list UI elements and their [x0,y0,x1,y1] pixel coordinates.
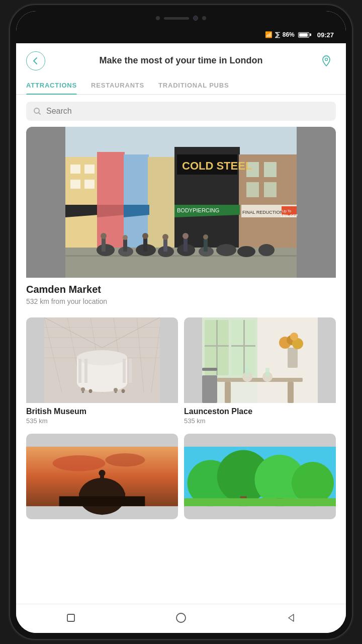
svg-rect-72 [123,359,126,383]
battery-icon [298,32,309,38]
svg-rect-17 [264,182,277,197]
speaker [164,17,189,20]
svg-point-127 [176,613,186,622]
svg-rect-31 [65,255,297,257]
front-camera [193,16,198,21]
svg-text:BODYPIERCING: BODYPIERCING [177,207,219,213]
grid-name-2: Launceston Place [184,407,336,416]
grid-distance-2: 535 km [184,417,336,425]
back-triangle-icon [286,612,297,623]
grid-card-british-museum[interactable]: British Museum 535 km [26,317,178,427]
featured-name: Camden Market [26,284,336,295]
svg-point-108 [53,455,106,471]
sensor-left [156,16,160,20]
svg-point-109 [106,453,145,466]
tab-attractions[interactable]: ATTRACTIONS [26,76,77,94]
svg-rect-73 [129,359,132,383]
svg-rect-70 [78,359,81,383]
svg-rect-105 [265,368,269,377]
svg-rect-13 [84,180,95,189]
grid-row-2 [26,434,336,519]
svg-text:Up To: Up To [282,209,291,213]
grid-distance-1: 535 km [26,417,178,425]
svg-point-0 [325,58,328,61]
svg-text:COLD STEEL: COLD STEEL [182,159,252,172]
status-time: 09:27 [317,31,334,39]
svg-point-52 [203,234,208,239]
search-input[interactable] [46,107,329,116]
svg-rect-88 [205,345,229,347]
svg-point-46 [142,233,148,239]
svg-point-44 [123,235,128,240]
bottom-nav [16,604,346,633]
launceston-image [184,317,336,403]
svg-rect-87 [216,320,218,375]
bottom-right-image [184,434,336,519]
svg-rect-99 [288,382,294,403]
featured-distance: 532 km from your location [26,297,336,305]
svg-point-50 [183,233,189,239]
british-museum-image [26,317,178,403]
tab-restaurants[interactable]: RESTAURANTS [91,76,144,94]
featured-card-camden[interactable]: COLD STEEL BODYPIERCING [26,127,336,309]
bottom-left-image [26,434,178,519]
svg-point-96 [290,333,298,341]
sensor-right [202,16,206,20]
svg-point-38 [216,244,236,256]
svg-point-39 [237,246,255,257]
square-icon [65,612,76,623]
svg-rect-71 [84,359,87,383]
svg-rect-43 [123,239,127,252]
home-button[interactable] [172,609,190,627]
svg-point-40 [258,244,275,256]
svg-rect-104 [245,368,249,377]
recent-apps-button[interactable] [62,609,80,627]
map-pin-icon [321,55,332,67]
svg-point-77 [89,389,93,393]
svg-rect-12 [70,180,80,189]
camden-market-image: COLD STEEL BODYPIERCING [26,127,336,278]
search-bar[interactable] [26,102,336,121]
svg-marker-128 [289,614,294,621]
location-button[interactable] [317,51,336,70]
svg-point-81 [122,389,125,393]
svg-text:75% OFF: 75% OFF [281,213,298,218]
grid-info-1: British Museum 535 km [26,403,178,427]
svg-rect-101 [202,375,217,403]
tab-pubs[interactable]: TRADITIONAL PUBS [158,76,229,94]
header: Make the most of your time in London [16,43,346,76]
status-bar: 📶 ⅀ 86% 09:27 [16,25,346,43]
app-content: Make the most of your time in London ATT… [16,43,346,633]
svg-point-75 [81,387,85,391]
grid-row-1: British Museum 535 km [26,317,336,427]
svg-rect-126 [67,614,74,621]
scroll-content: COLD STEEL BODYPIERCING [16,127,346,604]
grid-card-bottom-right[interactable] [184,434,336,519]
svg-rect-16 [246,182,259,197]
home-circle-icon [175,612,187,624]
grid-info-2: Launceston Place 535 km [184,403,336,427]
svg-rect-97 [217,378,303,382]
svg-rect-10 [70,165,80,174]
page-title: Make the most of your time in London [45,55,317,66]
svg-rect-41 [102,237,106,252]
svg-rect-82 [44,393,160,403]
back-button[interactable] [26,51,45,70]
svg-rect-89 [243,320,245,375]
featured-info: Camden Market 532 km from your location [26,278,336,309]
svg-point-42 [101,233,107,239]
svg-rect-47 [163,238,167,252]
battery-percent: 86% [283,31,295,38]
top-sensors [16,11,346,25]
grid-card-bottom-left[interactable] [26,434,178,519]
svg-rect-114 [59,496,145,506]
svg-rect-51 [204,238,208,252]
svg-rect-7 [148,157,175,258]
grid-card-launceston[interactable]: Launceston Place 535 km [184,317,336,427]
tab-bar: ATTRACTIONS RESTAURANTS TRADITIONAL PUBS [16,76,346,95]
back-button[interactable] [282,609,300,627]
status-icons: 📶 ⅀ 86% [265,31,309,38]
grid-name-1: British Museum [26,407,178,416]
svg-rect-125 [184,498,336,506]
wifi-icon: 📶 [265,31,273,38]
